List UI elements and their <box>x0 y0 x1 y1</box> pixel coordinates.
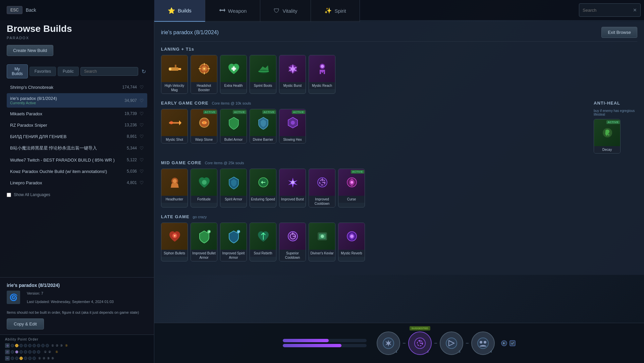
tab-my-builds[interactable]: My Builds <box>7 64 28 78</box>
skill-2[interactable]: SUGGESTED 2 <box>408 331 432 355</box>
build-list-item[interactable]: B站小魔法师黑星星 悖论秒杀流出装一键导入 5,344 ♡ <box>7 142 147 154</box>
item-mystic-reverb[interactable]: Mystic Reverb <box>338 223 365 261</box>
svg-rect-6 <box>178 68 181 70</box>
nav-tab-vitality[interactable]: 🛡 Vitality <box>260 0 311 22</box>
item-warp-stone[interactable]: ACTIVE Warp Stone <box>191 109 217 143</box>
svg-point-25 <box>291 121 295 125</box>
item-soul-rebirth[interactable]: Soul Rebirth <box>250 223 276 261</box>
item-enduring-speed[interactable]: Enduring Speed <box>250 169 276 207</box>
refresh-button[interactable]: ↻ <box>140 68 148 75</box>
item-extra-health[interactable]: Extra Health <box>220 55 247 94</box>
back-button[interactable]: Back <box>26 7 36 13</box>
ability-dot <box>24 350 27 354</box>
build-list-item[interactable]: RZ Paradox Sniper 13,236 ♡ <box>7 120 147 130</box>
item-divine-barrier[interactable]: ACTIVE Divine Barrier <box>250 109 276 143</box>
item-high-velocity-mag[interactable]: High-Velocity Mag <box>161 55 188 94</box>
build-list-item[interactable]: Linepro Paradox 4,801 ♡ <box>7 177 147 188</box>
item-sprint-boots[interactable]: Sprint Boots <box>250 55 276 94</box>
svg-rect-43 <box>292 232 293 235</box>
build-list-item[interactable]: БИЛД ГЕНИЯ ДЛЯ ГЕНИЕВ 8,861 ♡ <box>7 131 147 142</box>
build-list-item[interactable]: Shrimp's Chronobreak 174,744 ♡ <box>7 82 147 93</box>
item-improved-bullet-armor[interactable]: Improved Bullet Armor <box>191 223 217 261</box>
item-img <box>279 169 306 196</box>
svg-point-40 <box>237 230 240 233</box>
item-mystic-burst[interactable]: Mystic Burst <box>279 55 306 94</box>
build-version: Version: 7 <box>27 291 114 297</box>
item-bullet-armor[interactable]: ACTIVE Bullet Armor <box>220 109 247 143</box>
item-name: Curse <box>338 196 365 203</box>
heart-icon[interactable]: ♡ <box>140 134 144 139</box>
early-game-items-grid: Mystic Shot ACTIVE Warp Stone ACTIVE <box>161 109 589 143</box>
build-list-item[interactable]: Wulfee7 Twitch - BEST PARADOX BUILD ( 85… <box>7 155 147 165</box>
item-name: Bullet Armor <box>220 136 247 143</box>
item-headshot-booster[interactable]: Headshot Booster <box>191 55 217 94</box>
spirit-icon: ✨ <box>324 7 332 14</box>
item-slowing-hex[interactable]: ACTIVE Slowing Hex <box>279 109 306 143</box>
copy-edit-button[interactable]: Copy & Edit <box>7 318 44 329</box>
exit-browse-button[interactable]: Exit Browse <box>601 27 637 38</box>
skill-number: 3 <box>459 350 460 353</box>
svg-point-47 <box>321 235 324 238</box>
active-badge: ACTIVE <box>262 110 276 114</box>
ability-icon-1: ⚙ <box>5 343 10 348</box>
show-all-languages-checkbox[interactable] <box>7 193 11 197</box>
skill-1[interactable]: 1 <box>377 331 400 355</box>
nav-tab-spirit[interactable]: ✨ Spirit <box>311 0 360 22</box>
tab-favorites[interactable]: Favorites <box>30 67 56 76</box>
nav-tab-builds[interactable]: ⭐ Builds <box>154 0 205 22</box>
vitality-icon: 🛡 <box>274 7 280 14</box>
ability-dot <box>19 350 23 354</box>
item-img <box>338 223 365 250</box>
svg-point-28 <box>173 179 177 183</box>
item-decay[interactable]: ACTIVE Decay <box>594 119 621 154</box>
heart-icon[interactable]: ♡ <box>140 122 144 128</box>
heart-icon[interactable]: ♡ <box>140 157 144 163</box>
heart-icon[interactable]: ♡ <box>140 145 144 151</box>
heart-icon[interactable]: ♡ <box>140 111 144 116</box>
ability-dot <box>11 344 14 347</box>
skill-3[interactable]: 3 <box>440 331 463 355</box>
section-mid-game-header: MID GAME CORE Core items @ 25k souls <box>161 160 637 165</box>
svg-rect-44 <box>293 236 296 237</box>
item-mystic-shot[interactable]: Mystic Shot <box>161 109 188 143</box>
item-improved-spirit-armor[interactable]: Improved Spirit Armor <box>220 223 247 261</box>
item-name: Diviner's Kevlar <box>309 250 335 257</box>
build-search-input[interactable] <box>80 67 138 76</box>
build-list-item[interactable]: Mikaels Paradox 19,739 ♡ <box>7 108 147 119</box>
build-info-icon: 🌀 <box>7 291 20 304</box>
item-improved-burst[interactable]: Improved Burst <box>279 169 306 207</box>
heart-icon[interactable]: ♡ <box>140 98 144 103</box>
connector <box>434 343 437 344</box>
ability-rows: ⚙ ① ② ③ ⑤ ⏱ <box>5 343 149 361</box>
build-list-item[interactable]: Kowz Paradox Ouchle Build (w/ item annot… <box>7 166 147 177</box>
item-name: Fortitude <box>191 196 217 203</box>
item-headhunter[interactable]: Headhunter <box>161 169 188 207</box>
connector <box>466 343 469 344</box>
main-search-input[interactable] <box>583 8 633 13</box>
section-late-game-title: LATE GAME <box>161 214 190 219</box>
item-mystic-reach[interactable]: Mystic Reach <box>309 55 335 94</box>
heart-icon[interactable]: ♡ <box>140 169 144 174</box>
svg-rect-61 <box>510 341 515 346</box>
item-superior-cooldown[interactable]: Superior Cooldown <box>279 223 306 261</box>
item-fortitude[interactable]: Fortitude <box>191 169 217 207</box>
heart-icon[interactable]: ♡ <box>140 84 144 90</box>
svg-marker-1 <box>224 8 225 12</box>
ability-row-3: ✂ ① ② ③ ⑤ <box>5 356 149 361</box>
search-clear-button[interactable]: ✕ <box>633 7 637 13</box>
create-new-build-button[interactable]: Create New Build <box>7 45 53 56</box>
skill-4[interactable]: 4 <box>471 331 495 355</box>
heart-icon[interactable]: ♡ <box>140 180 144 185</box>
item-siphon-bullets[interactable]: Siphon Bullets <box>161 223 188 261</box>
item-improved-cooldown[interactable]: Improved Cooldown <box>309 169 335 207</box>
ability-dot <box>24 357 27 360</box>
item-spirit-armor[interactable]: Spirit Armor <box>220 169 247 207</box>
item-img <box>250 169 276 196</box>
nav-tab-weapon[interactable]: Weapon <box>205 0 261 22</box>
tab-public[interactable]: Public <box>58 67 79 76</box>
build-list-item[interactable]: irie's paradox (8/1/2024) Currently Acti… <box>7 93 147 108</box>
item-diviners-kevlar[interactable]: Diviner's Kevlar <box>309 223 335 261</box>
esc-button[interactable]: ESC <box>7 6 22 14</box>
item-name: Improved Cooldown <box>309 196 335 207</box>
item-curse[interactable]: ACTIVE Curse <box>338 169 365 207</box>
